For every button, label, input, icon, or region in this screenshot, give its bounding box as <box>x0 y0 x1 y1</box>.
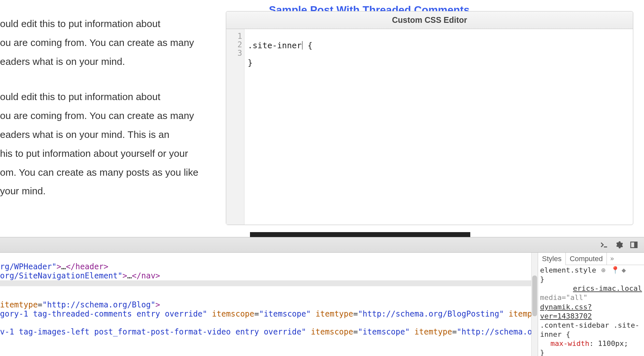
svg-rect-2 <box>635 242 637 247</box>
dock-icon[interactable] <box>630 241 638 249</box>
article-excerpt-1: ould edit this to put information about … <box>0 14 223 71</box>
source-link[interactable]: erics-imac.local <box>540 284 642 293</box>
pin-icon[interactable]: 📍 <box>611 266 617 275</box>
article-excerpt-2: ould edit this to put information about … <box>0 87 223 200</box>
devtools-toolbar <box>0 237 644 253</box>
tab-styles[interactable]: Styles <box>538 253 566 265</box>
tab-computed[interactable]: Computed <box>566 253 607 265</box>
tabs-overflow-icon[interactable]: » <box>607 253 617 265</box>
panel-drag-indicator <box>250 232 470 237</box>
text-caret <box>302 41 302 50</box>
styles-body[interactable]: element.style ⊕ 📍 ◆ } erics-imac.local m… <box>538 265 644 356</box>
diamond-icon[interactable]: ◆ <box>621 266 627 275</box>
element-style-label: element.style <box>540 266 596 274</box>
new-rule-icon[interactable]: ⊕ <box>600 266 606 275</box>
rule-close: } <box>540 348 642 356</box>
scrollbar-thumb[interactable] <box>532 275 537 316</box>
css-editor-gutter: 1 2 3 <box>226 29 244 225</box>
rule-selector: .content-sidebar .site-inner { <box>540 321 642 339</box>
brace-close: } <box>540 275 642 284</box>
media-rule: media="all" <box>540 293 642 302</box>
scrollbar[interactable] <box>531 253 538 356</box>
elements-panel[interactable]: rg/WPHeader">…</header> org/SiteNavigati… <box>0 253 538 356</box>
custom-css-editor: Custom CSS Editor 1 2 3 .site-inner { } <box>226 11 633 225</box>
css-editor-code[interactable]: .site-inner { } <box>244 29 633 225</box>
stylesheet-link[interactable]: dynamik.css?ver=14383702 <box>540 303 642 321</box>
gear-icon[interactable] <box>615 241 623 249</box>
devtools-main: rg/WPHeader">…</header> org/SiteNavigati… <box>0 253 644 356</box>
console-icon[interactable] <box>600 241 608 249</box>
styles-panel: Styles Computed » element.style ⊕ 📍 ◆ } … <box>538 253 644 356</box>
css-property[interactable]: max-width <box>550 339 589 348</box>
css-editor-title: Custom CSS Editor <box>226 11 633 29</box>
